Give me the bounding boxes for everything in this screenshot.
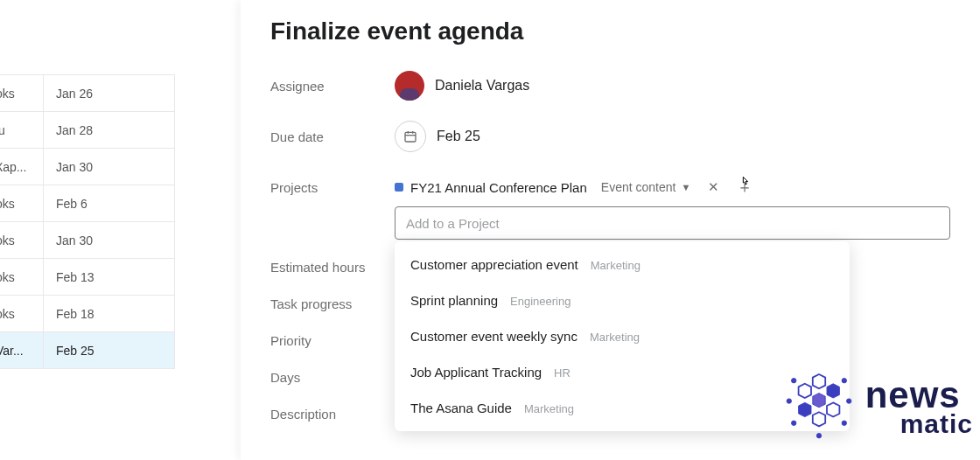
project-color-dot xyxy=(395,183,403,192)
svg-marker-6 xyxy=(798,384,810,398)
project-option-name: Job Applicant Tracking xyxy=(410,365,542,380)
watermark-text-2: matic xyxy=(865,412,973,436)
due-date-label: Due date xyxy=(270,129,395,144)
project-option-team: Engineering xyxy=(510,295,570,308)
svg-point-11 xyxy=(791,379,795,383)
table-row[interactable]: Var...Feb 25 xyxy=(0,332,175,369)
add-project-input[interactable] xyxy=(395,206,950,240)
watermark: news matic xyxy=(780,366,973,448)
svg-point-12 xyxy=(842,379,846,383)
project-option-team: Marketing xyxy=(591,259,640,272)
svg-point-14 xyxy=(846,399,850,403)
svg-marker-8 xyxy=(827,402,839,416)
date-cell: Jan 28 xyxy=(44,112,175,149)
project-option-name: Customer event weekly sync xyxy=(410,329,578,344)
cursor-icon xyxy=(738,175,752,194)
task-progress-label: Task progress xyxy=(270,285,395,322)
estimated-hours-label: Estimated hours xyxy=(270,248,395,285)
project-option-team: Marketing xyxy=(590,331,640,344)
avatar xyxy=(395,71,424,101)
table-row[interactable]: iuJan 28 xyxy=(0,112,175,149)
date-cell: Jan 30 xyxy=(44,222,175,259)
assignee-cell: iu xyxy=(0,112,44,149)
table-row[interactable]: oksFeb 18 xyxy=(0,296,175,332)
assignee-cell: oks xyxy=(0,222,44,259)
table-row[interactable]: oksFeb 13 xyxy=(0,259,175,296)
task-title[interactable]: Finalize event agenda xyxy=(270,17,950,45)
watermark-text-1: news xyxy=(865,379,973,412)
due-date-text: Feb 25 xyxy=(437,129,480,144)
svg-point-16 xyxy=(842,421,846,425)
svg-marker-9 xyxy=(798,402,810,416)
project-name: FY21 Annual Conference Plan xyxy=(410,180,587,195)
assignee-cell: oks xyxy=(0,259,44,296)
assignee-cell: oks xyxy=(0,296,44,332)
due-date-value[interactable]: Feb 25 xyxy=(395,121,480,152)
table-row[interactable]: oksJan 26 xyxy=(0,75,175,112)
project-option-name: The Asana Guide xyxy=(410,401,512,415)
chevron-down-icon: ▼ xyxy=(681,182,690,192)
description-label: Description xyxy=(270,395,395,432)
table-row[interactable]: oksFeb 6 xyxy=(0,185,175,222)
project-section-dropdown[interactable]: Event content ▼ xyxy=(598,178,695,196)
date-cell: Jan 26 xyxy=(44,75,175,112)
priority-label: Priority xyxy=(270,322,395,359)
date-cell: Feb 25 xyxy=(44,332,175,369)
svg-marker-5 xyxy=(827,384,839,398)
svg-marker-7 xyxy=(812,394,824,408)
assignee-cell: Var... xyxy=(0,332,44,369)
assignee-cell: oks xyxy=(0,75,44,112)
assignee-cell: Кар... xyxy=(0,149,44,185)
svg-marker-10 xyxy=(812,412,824,426)
svg-marker-4 xyxy=(812,374,824,388)
project-option-team: HR xyxy=(554,366,570,380)
svg-point-15 xyxy=(791,421,795,425)
table-row[interactable]: oksJan 30 xyxy=(0,222,175,259)
date-cell: Jan 30 xyxy=(44,149,175,185)
assignee-label: Assignee xyxy=(270,79,395,94)
date-cell: Feb 18 xyxy=(44,296,175,332)
add-project-icon[interactable]: ＋ xyxy=(733,173,756,201)
project-chip[interactable]: FY21 Annual Conference Plan xyxy=(395,180,587,195)
project-option-name: Customer appreciation event xyxy=(410,257,578,272)
project-option[interactable]: Customer event weekly syncMarketing xyxy=(395,318,850,354)
project-option-name: Sprint planning xyxy=(410,293,498,308)
project-option-team: Marketing xyxy=(524,402,574,415)
date-cell: Feb 13 xyxy=(44,259,175,296)
calendar-icon xyxy=(395,121,426,152)
svg-point-13 xyxy=(787,399,791,403)
assignee-name: Daniela Vargas xyxy=(435,78,529,94)
watermark-icon xyxy=(780,366,858,448)
days-label: Days xyxy=(270,359,395,395)
projects-label: Projects xyxy=(270,180,395,195)
table-row[interactable]: Кар...Jan 30 xyxy=(0,149,175,185)
svg-rect-0 xyxy=(405,132,416,142)
remove-project-icon[interactable]: ✕ xyxy=(704,176,723,199)
project-option[interactable]: Sprint planningEngineering xyxy=(395,282,850,318)
svg-point-17 xyxy=(816,434,821,438)
date-cell: Feb 6 xyxy=(44,185,175,222)
assignee-cell: oks xyxy=(0,185,44,222)
task-list-partial: oksJan 26iuJan 28Кар...Jan 30oksFeb 6oks… xyxy=(0,74,175,369)
project-option[interactable]: Customer appreciation eventMarketing xyxy=(395,247,850,282)
assignee-value[interactable]: Daniela Vargas xyxy=(395,71,529,101)
